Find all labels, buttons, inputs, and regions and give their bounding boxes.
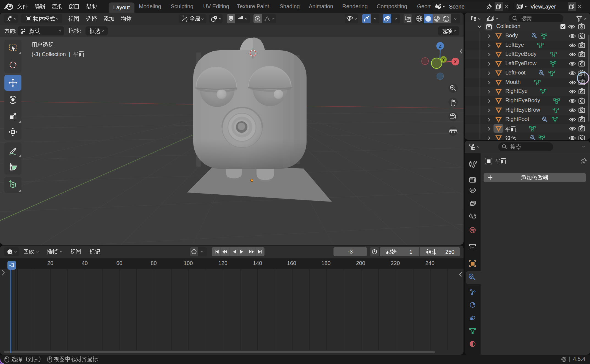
svg-text:Y: Y [442,57,445,62]
svg-text:X: X [454,59,457,64]
svg-text:Z: Z [439,44,441,48]
